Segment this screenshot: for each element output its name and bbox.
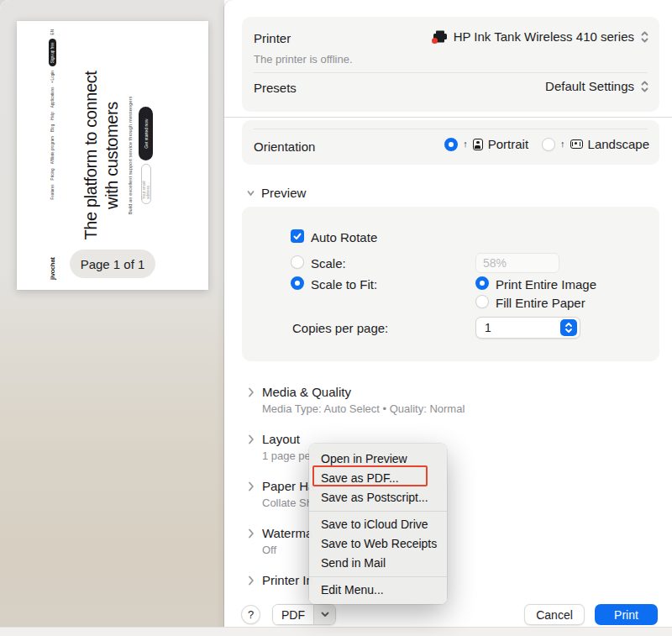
group-divider bbox=[254, 129, 648, 129]
layout-title: Layout bbox=[262, 432, 300, 446]
menu-item-save-to-icloud[interactable]: Save to iCloud Drive bbox=[309, 515, 447, 534]
menu-item-edit-menu[interactable]: Edit Menu... bbox=[309, 581, 447, 600]
scale-label: Scale: bbox=[311, 256, 346, 271]
cancel-button[interactable]: Cancel bbox=[524, 604, 585, 625]
pdf-dropdown-button[interactable]: PDF bbox=[272, 604, 336, 625]
printer-info-title: Printer In bbox=[262, 573, 313, 587]
menu-divider bbox=[309, 576, 447, 577]
landscape-icon bbox=[570, 139, 583, 149]
menu-item-open-in-preview[interactable]: Open in Preview bbox=[309, 449, 447, 469]
scale-to-fit-radio[interactable] bbox=[291, 276, 304, 290]
portrait-icon bbox=[473, 139, 483, 150]
thumbnail-cta-button: Get started now bbox=[139, 107, 153, 160]
print-preview-pane: jivochat Features Pricing Affiliate prog… bbox=[0, 0, 224, 636]
nav-item: Pricing bbox=[50, 168, 55, 180]
thumbnail-navbar: jivochat Features Pricing Affiliate prog… bbox=[49, 29, 56, 280]
nav-item: Applications bbox=[50, 87, 55, 108]
landscape-label: Landscape bbox=[588, 137, 649, 151]
paper-handling-subtitle: Collate Sh bbox=[262, 497, 312, 509]
orientation-label: Orientation bbox=[254, 139, 315, 154]
pdf-button-label[interactable]: PDF bbox=[273, 605, 313, 624]
printer-status-text: The printer is offline. bbox=[254, 53, 353, 66]
page-count-badge: Page 1 of 1 bbox=[70, 250, 155, 278]
nav-signup-pill: Sign up free bbox=[49, 39, 56, 66]
printer-presets-group: Printer HP Ink Tank Wireless 410 series … bbox=[242, 17, 659, 112]
group-divider bbox=[254, 72, 648, 73]
printer-icon bbox=[432, 30, 448, 44]
menu-item-save-as-pdf[interactable]: Save as PDF... bbox=[309, 469, 447, 488]
watermark-subtitle: Off bbox=[262, 544, 276, 556]
scale-to-fit-label: Scale to Fit: bbox=[311, 277, 377, 292]
printer-select[interactable]: HP Ink Tank Wireless 410 series bbox=[432, 29, 649, 44]
landscape-radio[interactable] bbox=[542, 138, 555, 151]
chevron-updown-icon bbox=[640, 30, 649, 44]
portrait-label: Portrait bbox=[488, 137, 528, 151]
print-entire-image-radio[interactable] bbox=[475, 276, 489, 290]
up-arrow-icon: ↑ bbox=[560, 139, 565, 149]
auto-rotate-checkbox[interactable] bbox=[291, 229, 304, 243]
nav-item: Affiliate program bbox=[50, 136, 55, 164]
nav-item-lang: EN bbox=[50, 29, 55, 34]
presets-label: Presets bbox=[254, 81, 297, 95]
print-entire-image-label: Print Entire Image bbox=[496, 277, 596, 292]
printer-offline-dot bbox=[432, 38, 438, 44]
pdf-chevron-down-icon[interactable] bbox=[313, 605, 335, 624]
presets-select[interactable]: Default Settings bbox=[545, 79, 649, 93]
chevron-down-icon bbox=[247, 188, 255, 198]
fill-entire-paper-radio[interactable] bbox=[475, 295, 489, 308]
copies-stepper-icon bbox=[560, 319, 577, 336]
orientation-group: Orientation ↑ Portrait ↑ Landscape bbox=[242, 120, 659, 165]
menu-item-save-to-web-receipts[interactable]: Save to Web Receipts bbox=[309, 534, 447, 554]
menu-divider bbox=[309, 511, 447, 512]
layout-disclosure[interactable]: Layout bbox=[247, 432, 300, 446]
thumbnail-nav-links: Features Pricing Affiliate program Blog … bbox=[49, 29, 56, 257]
thumbnail-email-input: Your email address... bbox=[141, 164, 151, 204]
fill-entire-paper-label: Fill Entire Paper bbox=[496, 296, 585, 310]
window-bottom-strip bbox=[0, 627, 672, 636]
nav-item-login: Login bbox=[50, 71, 55, 82]
orientation-options: ↑ Portrait ↑ Landscape bbox=[444, 137, 649, 151]
media-quality-subtitle: Media Type: Auto Select • Quality: Norma… bbox=[262, 402, 465, 415]
help-button[interactable]: ? bbox=[241, 605, 260, 624]
watermark-disclosure[interactable]: Waterma bbox=[247, 526, 312, 540]
printer-value: HP Ink Tank Wireless 410 series bbox=[454, 29, 634, 44]
chevron-right-icon bbox=[247, 481, 255, 491]
print-button[interactable]: Print bbox=[595, 604, 658, 625]
up-arrow-icon: ↑ bbox=[463, 139, 468, 149]
preview-section-title: Preview bbox=[261, 186, 306, 200]
menu-item-save-as-postscript[interactable]: Save as Postscript... bbox=[309, 488, 447, 507]
menu-item-send-in-mail[interactable]: Send in Mail bbox=[309, 554, 447, 573]
nav-item: Help bbox=[50, 112, 55, 119]
chevron-right-icon bbox=[247, 528, 255, 539]
pdf-menu-popup: Open in Preview Save as PDF... Save as P… bbox=[309, 444, 447, 604]
chevron-right-icon bbox=[247, 434, 255, 444]
portrait-radio[interactable] bbox=[444, 138, 458, 151]
copies-per-page-label: Copies per page: bbox=[292, 321, 388, 335]
media-quality-disclosure[interactable]: Media & Quality bbox=[247, 385, 351, 399]
copies-select[interactable]: 1 bbox=[475, 317, 580, 339]
paper-handling-title: Paper Ha bbox=[262, 479, 315, 493]
print-settings-pane: Printer HP Ink Tank Wireless 410 series … bbox=[224, 0, 672, 636]
copies-value: 1 bbox=[485, 321, 491, 334]
preview-options-group: Auto Rotate Scale: 58% Scale to Fit: Pri… bbox=[242, 207, 659, 361]
nav-item: Features bbox=[50, 184, 55, 199]
printer-info-disclosure[interactable]: Printer In bbox=[247, 573, 313, 587]
jivochat-logo: jivochat bbox=[49, 257, 56, 280]
print-dialog-window: jivochat Features Pricing Affiliate prog… bbox=[0, 0, 672, 636]
media-quality-title: Media & Quality bbox=[262, 385, 351, 399]
pinned-header-separator bbox=[224, 117, 672, 118]
presets-value: Default Settings bbox=[545, 79, 634, 93]
scale-value-field[interactable]: 58% bbox=[475, 253, 559, 273]
preview-disclosure[interactable]: Preview bbox=[247, 186, 306, 200]
layout-subtitle: 1 page per bbox=[262, 449, 314, 462]
watermark-title: Waterma bbox=[262, 526, 312, 540]
chevron-right-icon bbox=[247, 387, 255, 397]
chevron-right-icon bbox=[247, 576, 255, 586]
chevron-updown-icon bbox=[640, 80, 649, 93]
scale-radio[interactable] bbox=[291, 255, 304, 269]
nav-item: Blog bbox=[50, 124, 55, 132]
auto-rotate-label: Auto Rotate bbox=[311, 230, 377, 244]
printer-label: Printer bbox=[254, 31, 291, 45]
paper-handling-disclosure[interactable]: Paper Ha bbox=[247, 479, 315, 493]
